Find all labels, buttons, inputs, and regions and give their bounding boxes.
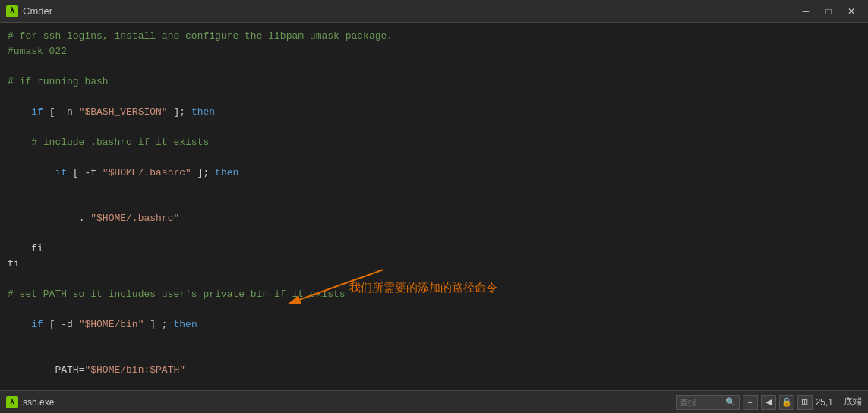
status-position: 25,1 bbox=[816, 397, 833, 408]
app-icon: λ bbox=[6, 5, 18, 17]
statusbar-left: λ ssh.exe bbox=[6, 396, 54, 408]
statusbar: λ ssh.exe 🔍 + ◀ 🔒 ⊞ 25,1 底端 bbox=[0, 390, 868, 413]
close-button[interactable]: ✕ bbox=[841, 4, 862, 19]
code-line-14: PATH="$HOME/bin:$PATH" bbox=[8, 348, 860, 390]
code-line-5: if [ -n "$BASH_VERSION" ]; then bbox=[8, 90, 860, 135]
window-controls: ─ □ ✕ bbox=[795, 4, 862, 19]
code-line-1: # for ssh logins, install and configure … bbox=[8, 29, 860, 44]
search-icon: 🔍 bbox=[725, 397, 736, 407]
window-title: Cmder bbox=[23, 5, 52, 17]
code-line-7: if [ -f "$HOME/.bashrc" ]; then bbox=[8, 150, 860, 196]
code-line-2: #umask 022 bbox=[8, 44, 860, 59]
statusbar-right: 🔍 + ◀ 🔒 ⊞ 25,1 底端 bbox=[676, 395, 862, 410]
titlebar-left: λ Cmder bbox=[6, 5, 52, 17]
search-input[interactable] bbox=[680, 398, 725, 407]
statusbar-filename: ssh.exe bbox=[23, 397, 54, 408]
search-prev-button[interactable]: ◀ bbox=[761, 395, 776, 410]
code-line-4: # if running bash bbox=[8, 74, 860, 90]
search-grid-button[interactable]: ⊞ bbox=[797, 395, 813, 410]
code-editor: # for ssh logins, install and configure … bbox=[0, 23, 868, 390]
code-line-3 bbox=[8, 59, 860, 74]
search-add-button[interactable]: + bbox=[743, 395, 758, 410]
minimize-button[interactable]: ─ bbox=[795, 4, 816, 19]
statusbar-icon: λ bbox=[6, 396, 18, 408]
code-line-12: # set PATH so it includes user's private… bbox=[8, 287, 860, 302]
maximize-button[interactable]: □ bbox=[818, 4, 839, 19]
code-line-6: # include .bashrc if it exists bbox=[8, 135, 860, 150]
status-mode: 底端 bbox=[844, 396, 862, 408]
code-line-10: fi bbox=[8, 257, 860, 272]
code-line-8: . "$HOME/.bashrc" bbox=[8, 196, 860, 241]
code-line-9: fi bbox=[8, 241, 860, 257]
search-box[interactable]: 🔍 bbox=[676, 395, 740, 410]
titlebar: λ Cmder ─ □ ✕ bbox=[0, 0, 868, 23]
code-line-13: if [ -d "$HOME/bin" ] ; then bbox=[8, 302, 860, 348]
search-lock-button[interactable]: 🔒 bbox=[779, 395, 794, 410]
code-line-11 bbox=[8, 272, 860, 287]
